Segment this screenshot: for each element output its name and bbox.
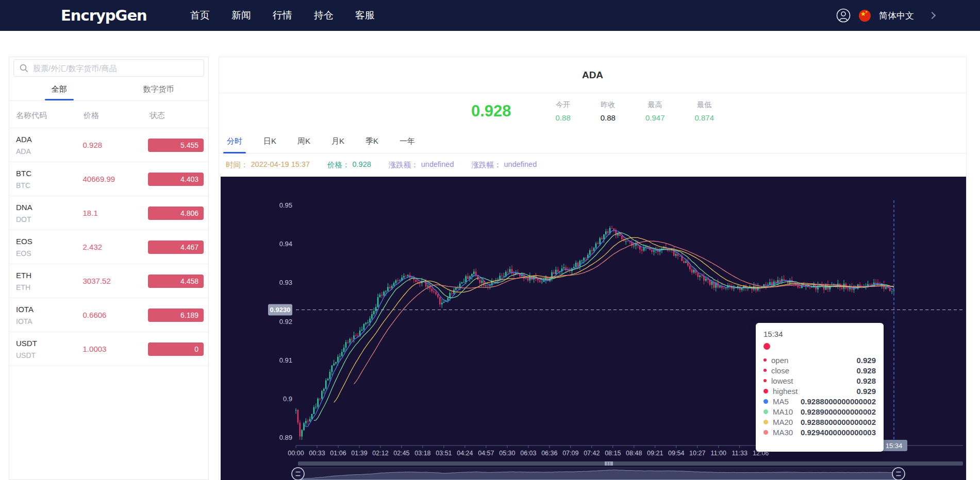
market-row[interactable]: ADA ADA 0.928 5.455	[9, 128, 208, 162]
svg-text:0.95: 0.95	[279, 201, 292, 209]
status-badge: 5.455	[148, 139, 204, 152]
period-tab[interactable]: 一年	[396, 129, 419, 153]
stat-item: 最低 0.874	[694, 100, 714, 122]
nav-item[interactable]: 首页	[190, 9, 210, 22]
price-cell: 0.6606	[83, 311, 148, 319]
legend-dot-icon	[763, 369, 767, 372]
tooltip-row: MA10 0.9289000000000002	[763, 406, 876, 417]
symbol-code: DOT	[16, 215, 83, 224]
svg-text:01:39: 01:39	[351, 450, 367, 457]
status-badge: 4.806	[148, 207, 204, 220]
symbol: ADA	[16, 135, 83, 144]
market-rows: ADA ADA 0.928 5.455 BTC BTC 40669.99 4.4…	[9, 128, 208, 366]
sidebar-tab[interactable]: 全部	[9, 78, 109, 100]
period-tabs: 分时日K周K月K季K一年	[219, 129, 966, 153]
market-table-header: 名称代码 价格 状态	[9, 104, 208, 128]
svg-text:03:51: 03:51	[436, 450, 452, 457]
svg-text:04:57: 04:57	[478, 450, 494, 457]
period-tab[interactable]: 日K	[260, 129, 280, 153]
market-sidebar: 全部数字货币 名称代码 价格 状态 ADA ADA 0.928 5.455 BT…	[9, 57, 209, 480]
svg-text:02:12: 02:12	[372, 450, 388, 457]
period-tab[interactable]: 月K	[328, 129, 348, 153]
nav-item[interactable]: 客服	[355, 9, 375, 22]
series-dot	[763, 343, 770, 350]
nav-item[interactable]: 持仓	[314, 9, 334, 22]
svg-text:0.9230: 0.9230	[270, 306, 291, 314]
svg-text:09:54: 09:54	[668, 450, 684, 457]
app-logo[interactable]: EncrypGen	[61, 7, 147, 24]
legend-dot-icon	[763, 358, 767, 362]
tooltip-row: open 0.929	[763, 355, 876, 365]
tooltip-time: 15:34	[763, 330, 876, 338]
svg-text:0.91: 0.91	[279, 356, 292, 364]
info-segment: 涨跌额： undefined	[389, 160, 454, 170]
search-input[interactable]	[33, 64, 198, 73]
chart-tooltip: 15:34 open 0.929 close 0.928	[756, 323, 884, 452]
market-row[interactable]: USDT USDT 1.0003 0	[9, 332, 208, 366]
market-row[interactable]: BTC BTC 40669.99 4.403	[9, 162, 208, 196]
legend-dot-icon	[763, 399, 768, 404]
stats: 今开 0.88 昨收 0.88 最高 0.947 最低 0.874	[556, 100, 715, 122]
svg-text:0.9: 0.9	[283, 395, 292, 403]
symbol-code: ADA	[16, 147, 83, 156]
tooltip-row: close 0.928	[763, 365, 876, 375]
chevron-right-icon[interactable]	[928, 12, 936, 19]
column-price: 价格	[84, 111, 150, 121]
symbol: USDT	[16, 339, 83, 348]
svg-text:11:33: 11:33	[732, 450, 748, 457]
tooltip-row: MA5 0.9288000000000002	[763, 396, 876, 406]
tooltip-row: highest 0.929	[763, 386, 876, 396]
stats-row: 0.928 今开 0.88 昨收 0.88 最高 0.947 最低 0.874	[219, 93, 966, 129]
page-title: ADA	[582, 70, 603, 81]
period-tab[interactable]: 分时	[223, 129, 246, 153]
svg-text:03:18: 03:18	[414, 450, 430, 457]
nav-item[interactable]: 新闻	[231, 9, 251, 22]
navigator-left-handle[interactable]	[292, 468, 304, 480]
chart-scrollbar[interactable]	[298, 461, 963, 466]
symbol-code: ETH	[16, 283, 83, 292]
tooltip-row: MA30 0.9294000000000003	[763, 427, 876, 437]
tooltip-row: lowest 0.928	[763, 375, 876, 386]
status-badge: 0	[148, 342, 204, 356]
svg-text:00:00: 00:00	[288, 450, 304, 457]
symbol: BTC	[16, 169, 83, 178]
period-tab[interactable]: 周K	[294, 129, 314, 153]
svg-text:0.92: 0.92	[279, 318, 292, 325]
user-avatar-icon[interactable]	[836, 8, 851, 23]
price-cell: 3037.52	[83, 277, 148, 285]
symbol: ETH	[16, 271, 83, 280]
legend-dot-icon	[763, 379, 767, 382]
svg-text:0.93: 0.93	[279, 279, 292, 286]
symbol-code: IOTA	[16, 317, 83, 325]
market-row[interactable]: ETH ETH 3037.52 4.458	[9, 264, 208, 298]
chart-info-row: 时间： 2022-04-19 15:37 价格： 0.928 涨跌额： unde…	[219, 153, 966, 177]
svg-text:06:03: 06:03	[520, 450, 536, 457]
market-row[interactable]: EOS EOS 2.432 4.467	[9, 230, 208, 264]
status-badge: 4.467	[148, 241, 204, 254]
sidebar-tab[interactable]: 数字货币	[109, 78, 208, 100]
tooltip-row: MA20 0.9288000000000002	[763, 417, 876, 427]
legend-dot-icon	[763, 409, 768, 414]
svg-text:11:00: 11:00	[711, 450, 726, 457]
scrollbar-grip[interactable]	[605, 461, 613, 466]
top-navbar: EncrypGen 首页新闻行情持仓客服 ★ ★ 简体中文	[0, 0, 980, 31]
svg-text:02:45: 02:45	[393, 450, 409, 457]
market-row[interactable]: IOTA IOTA 0.6606 6.189	[9, 298, 208, 332]
svg-text:04:24: 04:24	[457, 450, 473, 457]
period-tab[interactable]: 季K	[362, 129, 382, 153]
tooltip-rows: open 0.929 close 0.928 lowest 0.928	[763, 355, 876, 437]
price-cell: 40669.99	[83, 175, 148, 183]
navigator-right-handle[interactable]	[892, 468, 905, 480]
symbol: EOS	[16, 237, 83, 246]
detail-panel: ADA 0.928 今开 0.88 昨收 0.88 最高 0.947 最低	[219, 57, 967, 480]
language-selector[interactable]: 简体中文	[879, 10, 914, 22]
market-row[interactable]: DNA DOT 18.1 4.806	[9, 196, 208, 230]
svg-text:07:09: 07:09	[562, 450, 578, 457]
price-cell: 1.0003	[83, 345, 148, 353]
nav-item[interactable]: 行情	[273, 9, 292, 22]
svg-text:05:30: 05:30	[499, 450, 515, 457]
navbar-right: ★ ★ 简体中文	[836, 8, 935, 23]
china-flag-icon: ★ ★	[859, 10, 871, 22]
page: EncrypGen 首页新闻行情持仓客服 ★ ★ 简体中文	[0, 0, 980, 480]
status-badge: 6.189	[148, 308, 204, 322]
